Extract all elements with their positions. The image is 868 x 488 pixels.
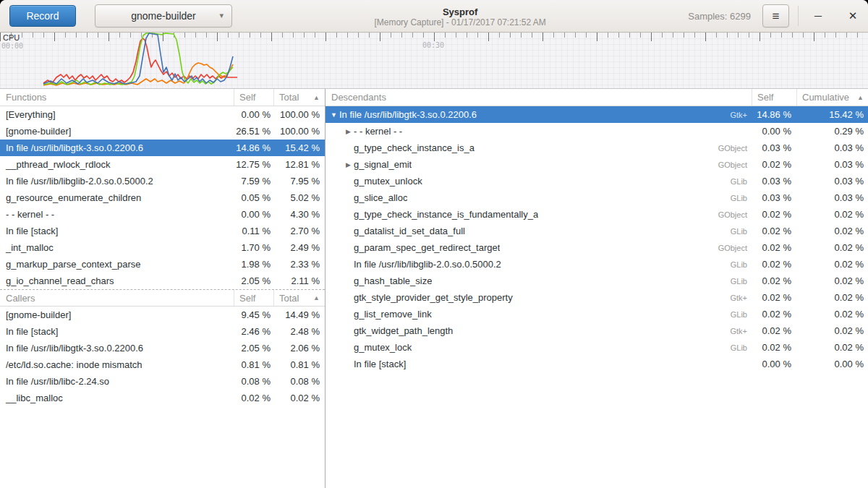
descendant-name: g_list_remove_link [354,309,432,320]
descendant-cumulative-value: 0.02 % [797,209,868,220]
record-button[interactable]: Record [9,5,76,27]
functions-total-column-header[interactable]: Total ▲ [274,89,325,106]
headerbar-left: Record gnome-builder ▾ [3,4,232,27]
function-name: g_resource_enumerate_children [0,192,234,203]
descendant-name: g_type_check_instance_is_fundamentally_a [354,209,538,220]
descendant-row[interactable]: g_type_check_instance_is_fundamentally_a… [326,206,868,223]
caller-row[interactable]: __libc_malloc0.02 %0.02 % [0,390,325,406]
descendant-row[interactable]: g_datalist_id_set_data_fullGLib0.02 %0.0… [326,223,868,239]
descendants-cumulative-column-header[interactable]: Cumulative ▲ [797,89,868,106]
descendant-row[interactable]: ▶- - kernel - -0.00 %0.29 % [326,123,868,140]
descendant-name: gtk_widget_path_length [354,325,453,336]
descendant-row[interactable]: gtk_style_provider_get_style_propertyGtk… [326,289,868,306]
function-total-value: 100.00 % [274,109,325,120]
function-row[interactable]: g_io_channel_read_chars2.05 %2.11 % [0,273,325,289]
descendant-cumulative-value: 0.02 % [797,292,868,303]
caller-row[interactable]: [gnome-builder]9.45 %14.49 % [0,307,325,323]
library-tag: GLib [731,343,752,352]
window-subtitle: [Memory Capture] - 01/17/2017 07:21:52 A… [232,17,688,27]
descendant-row[interactable]: g_slice_allocGLib0.03 %0.03 % [326,189,868,206]
caller-row[interactable]: In file /usr/lib/libc-2.24.so0.08 %0.08 … [0,373,325,390]
descendant-self-value: 0.00 % [752,359,797,369]
descendant-name-cell: In file [stack] [326,359,752,369]
descendant-row[interactable]: g_hash_table_sizeGLib0.02 %0.02 % [326,273,868,289]
window-title: Sysprof [232,7,688,17]
function-row[interactable]: [gnome-builder]26.51 %100.00 % [0,123,325,140]
descendant-row[interactable]: gtk_widget_path_lengthGtk+0.02 %0.02 % [326,322,868,339]
function-row[interactable]: In file /usr/lib/libgtk-3.so.0.2200.614.… [0,140,325,156]
functions-self-column-header[interactable]: Self [234,89,274,106]
descendant-name: g_signal_emit [354,159,412,170]
minimize-button[interactable]: ─ [806,4,830,28]
descendant-row[interactable]: ▼In file /usr/lib/libgtk-3.so.0.2200.6Gt… [326,106,868,123]
function-name: [gnome-builder] [0,126,234,137]
descendant-cumulative-value: 15.42 % [797,109,868,120]
descendant-cumulative-value: 0.03 % [797,176,868,187]
descendants-table: ▼In file /usr/lib/libgtk-3.so.0.2200.6Gt… [326,106,868,372]
descendant-name-cell: g_datalist_id_set_data_fullGLib [326,226,752,236]
caller-row[interactable]: In file [stack]2.46 %2.48 % [0,323,325,340]
function-self-value: 1.70 % [234,242,274,253]
descendant-row[interactable]: g_mutex_unlockGLib0.03 %0.03 % [326,173,868,189]
descendant-cumulative-value: 0.02 % [797,226,868,236]
descendant-self-value: 0.02 % [752,259,797,270]
hamburger-menu-button[interactable]: ≡ [762,4,789,27]
function-row[interactable]: In file /usr/lib/libglib-2.0.so.0.5000.2… [0,173,325,189]
headerbar-title-block: Sysprof [Memory Capture] - 01/17/2017 07… [232,5,688,27]
descendant-self-value: 14.86 % [752,109,797,120]
descendant-row[interactable]: g_mutex_lockGLib0.02 %0.02 % [326,339,868,356]
descendant-row[interactable]: ▶g_signal_emitGObject0.02 %0.03 % [326,156,868,173]
descendant-name-cell: g_list_remove_linkGLib [326,309,752,320]
descendants-column-header[interactable]: Descendants [326,89,752,106]
callers-table-header: Callers Self Total ▲ [0,289,325,307]
function-self-value: 1.98 % [234,259,274,270]
descendant-name: gtk_style_provider_get_style_property [354,292,513,303]
descendants-self-column-header[interactable]: Self [752,89,797,106]
function-row[interactable]: - - kernel - -0.00 %4.30 % [0,206,325,223]
caller-row[interactable]: /etc/ld.so.cache: inode mismatch0.81 %0.… [0,356,325,373]
callers-self-column-header[interactable]: Self [234,290,274,306]
function-row[interactable]: g_resource_enumerate_children0.05 %5.02 … [0,189,325,206]
library-tag: Gtk+ [730,111,752,119]
function-row[interactable]: g_markup_parse_context_parse1.98 %2.33 % [0,256,325,273]
functions-table: [Everything]0.00 %100.00 %[gnome-builder… [0,106,325,289]
headerbar-right: Samples: 6299 ≡ ─ ✕ [688,4,865,28]
expander-open-icon[interactable]: ▼ [328,111,339,119]
function-row[interactable]: _int_malloc1.70 %2.49 % [0,239,325,256]
caller-total-value: 0.02 % [274,393,325,403]
function-row[interactable]: [Everything]0.00 %100.00 % [0,106,325,123]
function-row[interactable]: In file [stack]0.11 %2.70 % [0,223,325,239]
descendant-self-value: 0.02 % [752,226,797,236]
descendant-name-cell: g_mutex_unlockGLib [326,176,752,187]
descendant-cumulative-value: 0.29 % [797,126,868,137]
descendant-name-cell: ▶- - kernel - - [326,126,752,137]
descendant-self-value: 0.03 % [752,192,797,203]
functions-column-header[interactable]: Functions [0,89,234,106]
function-total-value: 2.11 % [274,275,325,286]
caller-name: In file /usr/lib/libc-2.24.so [0,376,234,387]
function-row[interactable]: __pthread_rwlock_rdlock12.75 %12.81 % [0,156,325,173]
caller-total-value: 2.48 % [274,326,325,337]
descendant-self-value: 0.03 % [752,176,797,187]
caller-self-value: 9.45 % [234,309,274,320]
descendant-name-cell: ▼In file /usr/lib/libgtk-3.so.0.2200.6Gt… [326,109,752,120]
descendant-row[interactable]: In file [stack]0.00 %0.00 % [326,356,868,372]
function-self-value: 2.05 % [234,275,274,286]
close-button[interactable]: ✕ [841,4,865,28]
descendant-row[interactable]: In file /usr/lib/libglib-2.0.so.0.5000.2… [326,256,868,273]
process-selector-dropdown[interactable]: gnome-builder ▾ [95,4,232,27]
callers-total-column-header[interactable]: Total ▲ [274,290,325,306]
sysprof-window: Record gnome-builder ▾ Sysprof [Memory C… [0,0,868,488]
cpu-timeline-graph[interactable]: CPU 00:00 00:30 [0,33,868,89]
callers-column-header[interactable]: Callers [0,290,234,306]
expander-closed-icon[interactable]: ▶ [343,128,354,135]
descendant-row[interactable]: g_param_spec_get_redirect_targetGObject0… [326,239,868,256]
expander-closed-icon[interactable]: ▶ [343,161,354,168]
library-tag: GLib [731,227,752,236]
descendant-row[interactable]: g_list_remove_linkGLib0.02 %0.02 % [326,306,868,322]
descendant-self-value: 0.00 % [752,126,797,137]
descendant-cumulative-value: 0.03 % [797,192,868,203]
caller-row[interactable]: In file /usr/lib/libgtk-3.so.0.2200.62.0… [0,340,325,356]
function-name: g_markup_parse_context_parse [0,259,234,270]
descendant-row[interactable]: g_type_check_instance_is_aGObject0.03 %0… [326,140,868,156]
